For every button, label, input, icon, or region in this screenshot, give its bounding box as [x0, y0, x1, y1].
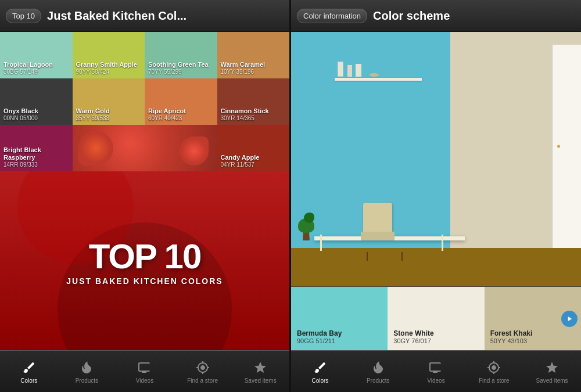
crosshair-icon — [195, 359, 211, 376]
swatch-bermuda[interactable]: Bermuda Bay 90GG 51/211 — [291, 287, 388, 350]
color-cell-ripe[interactable]: Ripe Apricot 60YR 40/423 — [145, 78, 217, 125]
color-cell-granny[interactable]: Granny Smith Apple 90YY 58/424 — [73, 32, 145, 78]
right-header-title: Color scheme — [373, 9, 450, 23]
tab-products-left[interactable]: Products — [69, 359, 104, 384]
top10-pill[interactable]: Top 10 — [6, 9, 41, 23]
paint-brush-icon-right — [312, 359, 328, 376]
color-cell-cinnamon[interactable]: Cinnamon Stick 30YR 14/365 — [217, 78, 290, 125]
swatch-stone[interactable]: Stone White 30GY 76/017 — [388, 287, 484, 350]
color-cell-warm-caramel[interactable]: Warm Caramel 10YY 35/196 — [217, 32, 290, 78]
tab-label-findstore-left: Find a store — [187, 377, 218, 384]
tab-label-saved-left: Saved items — [245, 377, 277, 384]
tab-products-right[interactable]: Products — [361, 359, 396, 384]
monitor-icon-right — [428, 359, 444, 376]
color-grid: Tropical Lagoon 30BG 57/149 Granny Smith… — [0, 32, 289, 171]
left-header-title: Just Baked Kitchen Col... — [47, 9, 187, 23]
room-scene — [291, 32, 581, 286]
next-arrow-button[interactable] — [561, 311, 578, 327]
color-cell-onyx[interactable]: Onyx Black 00NN 05/000 — [0, 78, 73, 125]
star-icon-right — [544, 359, 560, 376]
color-cell-candy[interactable]: Candy Apple 04YR 11/537 — [217, 125, 290, 171]
floor — [291, 248, 581, 286]
color-cell-bright-black[interactable]: Bright Black Raspberry 14RR 09/333 — [0, 125, 73, 171]
tab-colors-right[interactable]: Colors — [303, 359, 338, 384]
tab-videos-right[interactable]: Videos — [418, 359, 453, 384]
color-cell-warm-gold[interactable]: Warm Gold 35YY 59/533 — [73, 78, 145, 125]
left-phone: Top 10 Just Baked Kitchen Col... Tropica… — [0, 0, 290, 392]
tab-label-videos-left: Videos — [136, 377, 153, 384]
paint-brush-icon — [21, 359, 37, 376]
color-cell-soothing[interactable]: Soothing Green Tea 70YY 55/299 — [145, 32, 217, 78]
color-cell-tropical[interactable]: Tropical Lagoon 30BG 57/149 — [0, 32, 73, 78]
crosshair-icon-right — [486, 359, 502, 376]
monitor-icon — [137, 359, 153, 376]
right-tab-bar: Colors Products Videos — [291, 350, 581, 392]
tab-saved-right[interactable]: Saved items — [535, 359, 569, 384]
strawberry-image — [73, 125, 217, 171]
right-header: Color information Color scheme — [291, 0, 581, 32]
tab-videos-left[interactable]: Videos — [127, 359, 162, 384]
color-info-pill[interactable]: Color information — [297, 9, 367, 23]
tab-label-colors-right: Colors — [311, 377, 328, 384]
tab-findstore-right[interactable]: Find a store — [476, 359, 511, 384]
swatches-row: Bermuda Bay 90GG 51/211 Stone White 30GY… — [291, 286, 581, 350]
tab-label-saved-right: Saved items — [536, 377, 568, 384]
tab-label-products-left: Products — [76, 377, 98, 384]
top10-banner: TOP 10 JUST BAKED KITCHEN COLORS — [0, 171, 289, 350]
tab-saved-left[interactable]: Saved items — [243, 359, 278, 384]
star-icon — [252, 359, 268, 376]
tab-label-products-right: Products — [367, 377, 389, 384]
bucket-icon — [78, 359, 95, 376]
bucket-icon-right — [370, 359, 386, 376]
tab-label-findstore-right: Find a store — [479, 377, 510, 384]
left-tab-bar: Colors Products Videos — [0, 350, 289, 392]
tab-label-videos-right: Videos — [427, 377, 444, 384]
swatch-forest[interactable]: Forest Khaki 50YY 43/103 — [485, 287, 581, 350]
tab-colors-left[interactable]: Colors — [12, 359, 46, 384]
room-image — [291, 32, 581, 286]
tab-label-colors-left: Colors — [20, 377, 37, 384]
top10-subtitle: JUST BAKED KITCHEN COLORS — [66, 276, 223, 286]
tab-findstore-left[interactable]: Find a store — [185, 359, 220, 384]
left-header: Top 10 Just Baked Kitchen Col... — [0, 0, 289, 32]
top10-big-text: TOP 10 — [89, 236, 201, 276]
right-phone: Color information Color scheme — [291, 0, 581, 392]
